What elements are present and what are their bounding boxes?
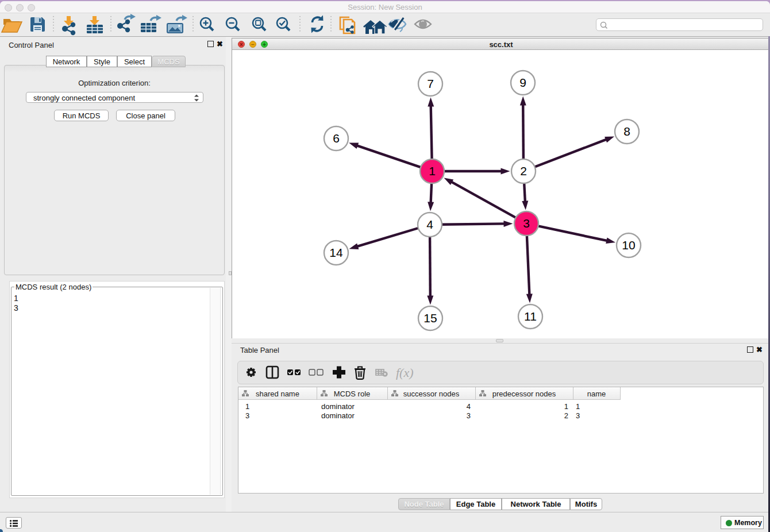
svg-text:10: 10 — [622, 238, 635, 252]
svg-text:8: 8 — [623, 125, 630, 138]
svg-text:4: 4 — [426, 218, 433, 231]
svg-text:2: 2 — [520, 164, 527, 178]
svg-text:3: 3 — [523, 217, 530, 230]
svg-text:9: 9 — [519, 76, 526, 89]
svg-text:f(x): f(x) — [396, 365, 414, 380]
svg-text:11: 11 — [524, 310, 537, 323]
svg-text:1: 1 — [429, 164, 436, 178]
svg-text:6: 6 — [333, 132, 340, 145]
svg-text:14: 14 — [329, 246, 343, 259]
svg-text:15: 15 — [424, 311, 437, 325]
svg-text:7: 7 — [427, 77, 434, 90]
